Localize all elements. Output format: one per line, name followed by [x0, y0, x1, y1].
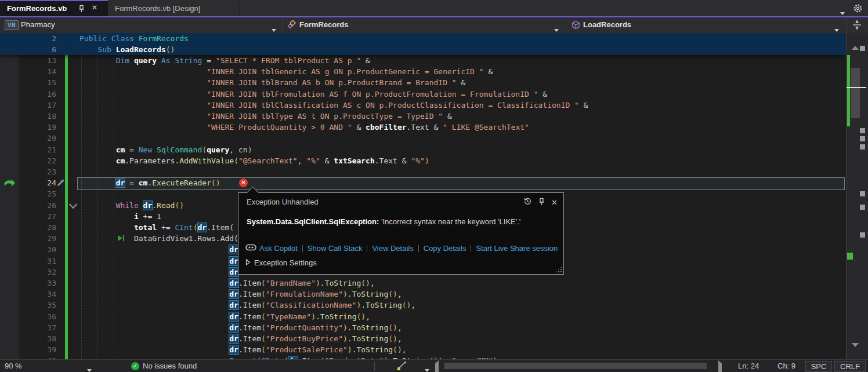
line-number: 19	[0, 122, 56, 133]
line-number: 40	[0, 355, 56, 359]
pin-icon[interactable]	[538, 198, 545, 207]
code-line-37[interactable]: 37 dr.Item("ProductQuantity").ToString()…	[0, 322, 846, 333]
scrollbar-green-mark	[847, 253, 853, 260]
split-editor-button[interactable]	[846, 17, 868, 33]
line-number: 23	[0, 166, 56, 177]
vertical-scrollbar[interactable]	[846, 33, 868, 359]
tab-formrecords-vb[interactable]: FormRecords.vb ✕	[0, 0, 108, 16]
separator	[374, 362, 375, 371]
code-line-14[interactable]: 14 "INNER JOIN tblGeneric AS g ON p.Prod…	[0, 66, 846, 77]
code-line-20[interactable]: 20	[0, 133, 846, 144]
scroll-down-icon[interactable]	[852, 347, 859, 358]
code-line-16[interactable]: 16 "INNER JOIN tblFromulation AS f ON p.…	[0, 89, 846, 100]
code-line-40[interactable]: 40 Format(CDate(dr.Item("ProductDate").T…	[0, 355, 846, 359]
popup-link-ask-copilot[interactable]: Ask Copilot	[259, 244, 298, 253]
line-number: 30	[0, 244, 56, 255]
popup-link-show-call-stack[interactable]: Show Call Stack	[308, 244, 363, 253]
code-line-36[interactable]: 36 dr.Item("TypeName").ToString(),	[0, 311, 846, 322]
scrollbar-mark	[860, 205, 865, 210]
line-number: 14	[0, 66, 56, 77]
line-number: 27	[0, 211, 56, 222]
popup-link-copy-details[interactable]: Copy Details	[424, 244, 466, 253]
code-line-13[interactable]: 13 Dim query As String = "SELECT * FROM …	[0, 55, 846, 66]
code-cleanup-icon[interactable]	[395, 361, 407, 372]
code-line-35[interactable]: 35 dr.Item("ClassificationName").ToStrin…	[0, 300, 846, 311]
code-line-24[interactable]: 24 dr = cm.ExecuteReader()	[0, 177, 846, 188]
close-icon[interactable]: ✕	[551, 198, 558, 207]
scrollbar-mark	[860, 191, 865, 196]
inline-run-icon	[117, 235, 125, 243]
popup-title: Exception Unhandled	[247, 198, 319, 206]
tab-formrecords-design[interactable]: FormRecords.vb [Design]	[108, 1, 240, 16]
code-line-23[interactable]: 23	[0, 166, 846, 177]
hscroll-right-icon[interactable]	[718, 363, 722, 372]
code-line-39[interactable]: 39 dr.Item("ProductSalePrice").ToString(…	[0, 344, 846, 355]
code-cleanup-dropdown-icon[interactable]	[425, 365, 429, 372]
line-number: 26	[0, 200, 56, 211]
horizontal-scrollbar-thumb[interactable]	[444, 363, 707, 369]
vs-window: FormRecords.vb ✕ FormRecords.vb [Design]…	[0, 0, 868, 372]
code-line-2[interactable]: 2Public Class FormRecords	[0, 33, 846, 44]
issues-check-icon: ✓	[131, 362, 139, 370]
line-number: 35	[0, 300, 56, 311]
column-indicator: Ch: 9	[777, 362, 795, 370]
zoom-select[interactable]: 90 %	[5, 362, 22, 370]
exception-settings-expander[interactable]: Exception Settings	[245, 258, 317, 267]
popup-link-view-details[interactable]: View Details	[372, 244, 413, 253]
issues-status[interactable]: No issues found	[143, 362, 197, 370]
settings-gear-icon[interactable]	[853, 3, 863, 16]
zoom-dropdown-icon[interactable]	[87, 365, 92, 372]
method-dropdown[interactable]: LoadRecords	[566, 17, 847, 33]
error-icon[interactable]	[239, 178, 248, 187]
line-number: 17	[0, 100, 56, 111]
code-line-34[interactable]: 34 dr.Item("FromulationName").ToString()…	[0, 289, 846, 300]
copilot-icon	[245, 243, 256, 253]
code-line-18[interactable]: 18 "INNER JOIN tblType AS t ON p.Product…	[0, 111, 846, 122]
code-line-33[interactable]: 33 dr.Item("BrandName").ToString(),	[0, 278, 846, 289]
eol-mode-button[interactable]: CRLF	[834, 361, 866, 372]
code-line-17[interactable]: 17 "INNER JOIN tblClassification AS c ON…	[0, 100, 846, 111]
vb-badge-icon: VB	[5, 20, 19, 30]
next-statement-arrow-icon[interactable]	[3, 178, 16, 189]
line-number: 6	[0, 44, 56, 55]
code-editor[interactable]: 13 Dim query As String = "SELECT * FROM …	[0, 33, 846, 359]
line-number: 34	[0, 289, 56, 300]
scrollbar-caret-mark	[847, 87, 866, 88]
popup-link-start-live-share-session[interactable]: Start Live Share session	[476, 244, 558, 253]
code-line-22[interactable]: 22 cm.Parameters.AddWithValue("@SearchTe…	[0, 155, 846, 166]
history-icon[interactable]	[523, 197, 532, 207]
pin-icon[interactable]	[78, 5, 85, 15]
line-number: 29	[0, 233, 56, 244]
space-mode-button[interactable]: SPC	[805, 361, 832, 372]
code-line-6[interactable]: 6 Sub LoadRecords()	[0, 44, 846, 55]
sticky-scroll-header[interactable]: 2Public Class FormRecords6 Sub LoadRecor…	[0, 33, 846, 55]
line-number: 38	[0, 333, 56, 344]
close-icon[interactable]: ✕	[92, 3, 97, 12]
scrollbar-mark	[860, 136, 865, 141]
resize-grip[interactable]	[556, 267, 562, 272]
code-line-38[interactable]: 38 dr.Item("ProductBuyPrice").ToString()…	[0, 333, 846, 344]
line-number: 37	[0, 322, 56, 333]
popup-links: Ask CopilotShow Call StackView DetailsCo…	[259, 244, 558, 253]
hscroll-left-icon[interactable]	[435, 363, 439, 372]
method-name: LoadRecords	[583, 20, 631, 29]
edit-tool-icon	[57, 178, 65, 188]
tab-label: FormRecords.vb [Design]	[115, 4, 200, 13]
scrollbar-mark	[860, 46, 865, 51]
project-dropdown[interactable]: VB Pharmacy	[0, 17, 283, 33]
tab-label: FormRecords.vb	[7, 4, 67, 13]
line-number: 21	[0, 144, 56, 155]
code-line-21[interactable]: 21 cm = New SqlCommand(query, cn)	[0, 144, 846, 155]
line-number: 33	[0, 278, 56, 289]
line-number: 31	[0, 256, 56, 267]
line-number: 39	[0, 344, 56, 355]
code-line-15[interactable]: 15 "INNER JOIN tblBrand AS b ON p.Produc…	[0, 77, 846, 88]
scroll-up-icon[interactable]	[852, 36, 859, 46]
class-icon	[288, 20, 297, 32]
line-number: 28	[0, 222, 56, 233]
line-number: 2	[0, 33, 56, 44]
scrollbar-thumb[interactable]	[851, 68, 860, 118]
class-dropdown[interactable]: FormRecords	[283, 17, 566, 33]
line-number: 22	[0, 155, 56, 166]
code-line-19[interactable]: 19 "WHERE ProductQuantity > 0 AND " & cb…	[0, 122, 846, 133]
